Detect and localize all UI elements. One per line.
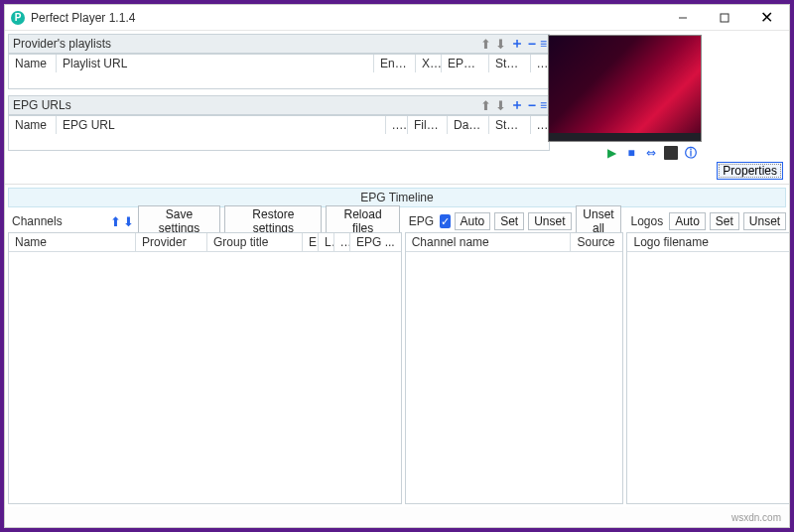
col-epg[interactable]: EPG ... [350, 233, 401, 251]
logos-body [627, 252, 789, 503]
col-name[interactable]: Name [9, 116, 57, 134]
col-name[interactable]: Name [9, 55, 57, 72]
col-more1[interactable]: ... [386, 116, 408, 134]
add-icon[interactable]: ＋ [510, 35, 524, 53]
col-name[interactable]: Name [9, 233, 136, 251]
col-logo-filename[interactable]: Logo filename [627, 233, 789, 251]
remove-icon[interactable]: − [528, 36, 536, 52]
logos-auto-button[interactable]: Auto [669, 212, 706, 230]
epg-urls-header: EPG URLs ⬆ ⬇ ＋ − ≡ [8, 95, 550, 115]
col-more[interactable]: ... [531, 55, 549, 72]
logos-unset-button[interactable]: Unset [743, 212, 786, 230]
move-up-icon[interactable]: ⬆ [480, 37, 491, 52]
footer-watermark: wsxdn.com [5, 507, 789, 527]
svg-rect-1 [721, 14, 728, 22]
window-title: Perfect Player 1.1.4 [31, 11, 662, 25]
col-status[interactable]: Status [489, 55, 531, 72]
col-l[interactable]: L [319, 233, 334, 251]
move-down-icon[interactable]: ⬇ [495, 98, 506, 113]
epg-label: EPG [407, 214, 436, 228]
epg-urls-body [9, 134, 549, 150]
col-file[interactable]: File ... [408, 116, 448, 134]
logos-label: Logos [628, 214, 665, 228]
app-icon: P [11, 11, 25, 25]
playlists-body [9, 72, 549, 88]
col-channel-name[interactable]: Channel name [406, 233, 572, 251]
window-maximize-button[interactable] [704, 5, 745, 31]
fit-icon[interactable]: ⇔ [644, 146, 658, 160]
epg-set-button[interactable]: Set [494, 212, 524, 230]
col-epg-name[interactable]: EPG n... [442, 55, 489, 72]
epg-body [406, 252, 623, 503]
channels-label: Channels [10, 214, 65, 228]
epg-timeline-header[interactable]: EPG Timeline [8, 188, 786, 207]
play-icon[interactable]: ▶ [604, 146, 618, 160]
col-playlist-url[interactable]: Playlist URL [57, 55, 374, 72]
epg-urls-table[interactable]: Name EPG URL ... File ... Data... Status… [8, 115, 550, 151]
add-icon[interactable]: ＋ [510, 96, 524, 114]
settings-icon[interactable]: ≡ [540, 98, 545, 112]
epg-list[interactable]: Channel name Source [405, 232, 624, 504]
col-source[interactable]: Source [571, 233, 622, 251]
col-e[interactable]: E [303, 233, 319, 251]
settings-icon[interactable]: ≡ [540, 37, 545, 51]
col-dots[interactable]: ... [334, 233, 350, 251]
epg-auto-button[interactable]: Auto [455, 212, 491, 230]
remove-icon[interactable]: − [528, 97, 536, 113]
move-up-icon[interactable]: ⬆ [480, 98, 491, 113]
window-close-button[interactable]: ✕ [745, 5, 787, 31]
move-down-icon[interactable]: ⬇ [495, 37, 506, 52]
logos-set-button[interactable]: Set [710, 212, 739, 230]
col-data[interactable]: Data... [448, 116, 489, 134]
app-window: P Perfect Player 1.1.4 ✕ Provider's play… [4, 4, 790, 528]
info-icon[interactable]: ⓘ [684, 146, 698, 160]
col-x[interactable]: X... [416, 55, 442, 72]
move-up-icon[interactable]: ⬆ [110, 214, 121, 229]
col-group-title[interactable]: Group title [207, 233, 303, 251]
col-more2[interactable]: ... [531, 116, 549, 134]
col-encoding[interactable]: Enco... [374, 55, 416, 72]
logos-list[interactable]: Logo filename [626, 232, 789, 504]
col-epg-url[interactable]: EPG URL [57, 116, 386, 134]
col-status[interactable]: Status [489, 116, 531, 134]
epg-unset-button[interactable]: Unset [528, 212, 571, 230]
stop-icon[interactable]: ■ [624, 146, 638, 160]
window-minimize-button[interactable] [662, 5, 704, 31]
monitor-icon[interactable] [664, 146, 678, 160]
properties-button[interactable]: Properties [717, 162, 783, 180]
move-down-icon[interactable]: ⬇ [123, 214, 134, 229]
epg-checkbox[interactable]: ✓ [440, 214, 450, 228]
titlebar: P Perfect Player 1.1.4 ✕ [5, 5, 789, 31]
video-preview[interactable] [548, 35, 702, 142]
playlists-header: Provider's playlists ⬆ ⬇ ＋ − ≡ [8, 34, 550, 54]
col-provider[interactable]: Provider [136, 233, 207, 251]
channels-body [9, 252, 401, 503]
channels-list[interactable]: Name Provider Group title E L ... EPG ..… [8, 232, 402, 504]
playlists-table[interactable]: Name Playlist URL Enco... X... EPG n... … [8, 54, 550, 89]
